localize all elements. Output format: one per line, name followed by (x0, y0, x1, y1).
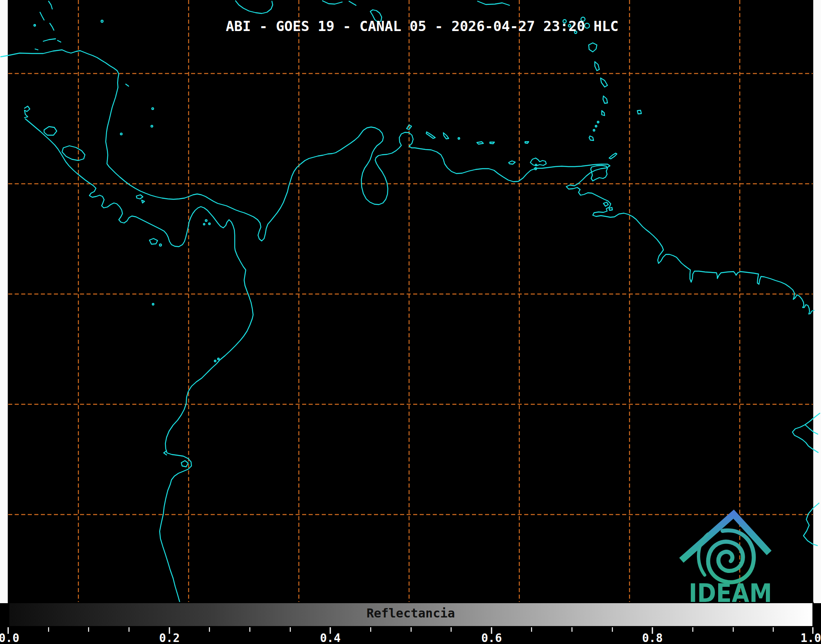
colorbar-tick-label: 0.8 (642, 631, 663, 644)
colorbar-tick-label: 0.6 (481, 631, 502, 644)
colorbar-tick-label: 1.0 (801, 631, 821, 644)
logo-wordmark: IDEAM (689, 578, 772, 603)
colorbar-tick-label: 0.0 (0, 631, 19, 644)
colorbar-tick-label: 0.2 (159, 631, 180, 644)
image-title: ABI - GOES 19 - CANAL 05 - 2026-04-27 23… (226, 18, 619, 34)
no-data-strip-right (813, 0, 821, 603)
satellite-image-viewport: IDEAM ABI - GOES 19 - CANAL 05 - 2026-04… (0, 0, 821, 644)
colorbar-title: Reflectancia (367, 606, 455, 620)
colorbar-ticks (0, 627, 821, 635)
map-background (0, 0, 821, 603)
colorbar-tick-label: 0.4 (320, 631, 341, 644)
no-data-strip-left (0, 0, 8, 603)
satellite-map: IDEAM (0, 0, 821, 603)
